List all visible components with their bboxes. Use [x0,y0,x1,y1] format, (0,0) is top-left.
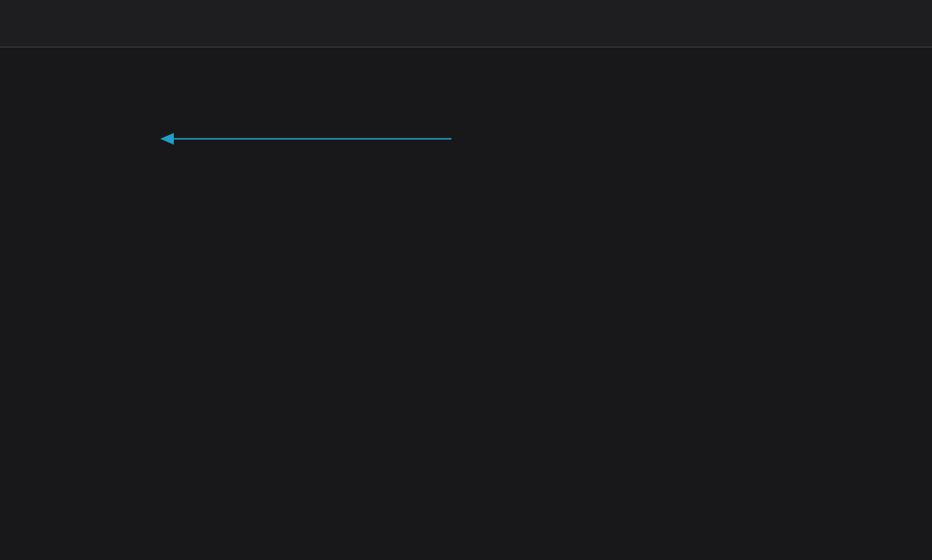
svg-marker-1 [160,133,174,145]
bottom-panel [0,47,932,299]
arrow-icon [160,129,451,148]
code-editor[interactable] [0,0,932,47]
